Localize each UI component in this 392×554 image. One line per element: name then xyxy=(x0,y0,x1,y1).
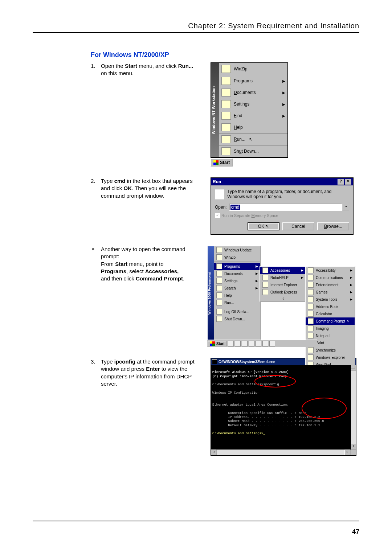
nt-item-documents[interactable]: Documents ▶ xyxy=(219,87,287,98)
w2k-item-logoff[interactable]: Log Off Stella... xyxy=(214,308,260,315)
menu-label: Accessibility xyxy=(316,268,335,272)
w2k-prog-more[interactable]: ⇣ xyxy=(260,296,306,301)
explorer-icon xyxy=(308,354,314,360)
tray-icon[interactable] xyxy=(249,341,254,346)
submenu-arrow-icon: ▶ xyxy=(256,264,258,268)
tray-icon[interactable] xyxy=(262,341,268,346)
tray-icon[interactable] xyxy=(235,341,241,346)
nt-item-winzip[interactable]: WinZip xyxy=(219,63,287,75)
w2k-prog-oe[interactable]: Outlook Express xyxy=(260,288,306,296)
nt-item-shutdown[interactable]: Shut Down... xyxy=(219,145,287,157)
w2k-item-run[interactable]: Run... xyxy=(214,299,260,306)
scroll-down-button[interactable]: ▾ xyxy=(351,444,356,450)
text-bold: Start xyxy=(115,261,127,267)
open-dropdown-button[interactable]: ▾ xyxy=(343,204,349,210)
menu-label: Shut Down... xyxy=(234,149,259,154)
ok-button[interactable]: OK ↖ xyxy=(248,222,279,230)
cmd-line: Subnet Mask . . . . . . . . . . . : 255.… xyxy=(212,419,324,423)
step-1: 1. Open the Start menu, and click Run...… xyxy=(91,62,200,77)
separate-memory-checkbox: ✓ Run in Separate Memory Space xyxy=(215,213,349,218)
menu-label: Log Off Stella... xyxy=(224,310,249,314)
w2k-acc-notepad[interactable]: Notepad xyxy=(306,332,355,339)
w2k-prog-robohelp[interactable]: RoboHELP▶ xyxy=(260,274,306,281)
w2k-acc-explorer[interactable]: Windows Explorer xyxy=(306,354,355,361)
cursor-icon: ↖ xyxy=(249,137,253,142)
w2k-acc-addressbook[interactable]: Address Book xyxy=(306,303,355,310)
w2k-item-search[interactable]: Search▶ xyxy=(214,284,260,292)
tray-icon[interactable] xyxy=(256,341,261,346)
submenu-arrow-icon: ▶ xyxy=(256,286,258,290)
w2k-acc-synchronize[interactable]: Synchronize xyxy=(306,346,355,354)
nt-item-help[interactable]: Help xyxy=(219,122,287,133)
ie-icon xyxy=(262,282,268,288)
search-icon xyxy=(216,285,222,291)
cmd-title-text: C:\WINDOWS\system32\cmd.exe xyxy=(219,360,275,364)
menu-label: Search xyxy=(224,286,236,290)
w2k-item-windowsupdate[interactable]: Windows Update xyxy=(214,246,260,254)
browse-button[interactable]: Browse... xyxy=(317,222,349,230)
w2k-acc-entertainment[interactable]: Entertainment▶ xyxy=(306,281,355,288)
w2k-prog-accessories[interactable]: Accessories▶ xyxy=(260,267,306,274)
scroll-left-button[interactable]: ◂ xyxy=(211,450,217,455)
w2k-acc-calculator[interactable]: Calculator xyxy=(306,310,355,317)
folder-icon xyxy=(308,267,314,273)
nt-item-settings[interactable]: Settings ▶ xyxy=(219,98,287,110)
w2k-item-help[interactable]: Help xyxy=(214,292,260,299)
submenu-arrow-icon: ▶ xyxy=(282,114,285,118)
w2k-acc-commandprompt[interactable]: Command Prompt↖ xyxy=(306,317,355,325)
w2k-item-programs[interactable]: Programs▶ xyxy=(214,263,260,270)
w2k-acc-systemtools[interactable]: System Tools▶ xyxy=(306,296,355,303)
scroll-right-button[interactable]: ▸ xyxy=(344,450,350,455)
w2k-item-shutdown[interactable]: Shut Down... xyxy=(214,315,260,323)
w2k-prog-ie[interactable]: Internet Explorer xyxy=(260,281,306,288)
menu-label: Help xyxy=(234,125,243,130)
help-button[interactable]: ? xyxy=(338,179,344,185)
cursor-icon: ↖ xyxy=(347,319,350,323)
w2k-acc-games[interactable]: Games▶ xyxy=(306,288,355,296)
nt-item-find[interactable]: Find ▶ xyxy=(219,110,287,122)
menu-label: RoboHELP xyxy=(270,276,289,280)
open-input[interactable]: cmd xyxy=(229,204,342,211)
menu-label: Entertainment xyxy=(316,283,338,287)
submenu-arrow-icon: ▶ xyxy=(301,268,303,272)
vertical-scrollbar[interactable]: ▴ ▾ xyxy=(351,365,356,450)
w2k-item-settings[interactable]: Settings▶ xyxy=(214,277,260,284)
submenu-arrow-icon: ▶ xyxy=(256,272,258,275)
tray-icon[interactable] xyxy=(269,341,275,346)
start-label: Start xyxy=(216,342,225,346)
tray-icon[interactable] xyxy=(242,341,248,346)
step-2-number: 2. xyxy=(91,177,101,200)
hscroll-track[interactable] xyxy=(217,450,344,455)
start-button[interactable]: Start xyxy=(208,341,227,346)
help-icon xyxy=(216,292,222,298)
menu-label: Shut Down... xyxy=(224,317,245,321)
scroll-track[interactable] xyxy=(351,371,356,444)
cmd-line: Ethernet adapter Local Area Connection: xyxy=(212,403,289,407)
cancel-button[interactable]: Cancel xyxy=(282,222,314,230)
close-button[interactable]: × xyxy=(345,179,351,185)
submenu-arrow-icon: ▶ xyxy=(282,102,285,106)
winzip-icon xyxy=(221,65,231,73)
w2k-item-documents[interactable]: Documents▶ xyxy=(214,270,260,277)
resize-grip-icon[interactable] xyxy=(350,450,356,455)
tray-icon[interactable] xyxy=(228,341,234,346)
text-bold: Command Prompt xyxy=(136,275,183,282)
sync-icon xyxy=(308,347,314,353)
run-icon xyxy=(216,300,222,305)
folder-icon xyxy=(262,267,268,273)
cmd-line: Windows IP Configuration xyxy=(212,391,260,395)
nt-item-programs[interactable]: Programs ▶ xyxy=(219,75,287,87)
w2k-acc-imaging[interactable]: Imaging xyxy=(306,325,355,332)
open-label: Open: xyxy=(215,205,227,210)
windows-flag-icon xyxy=(210,341,215,346)
w2k-acc-communications[interactable]: Communications▶ xyxy=(306,274,355,281)
menu-label: Notepad xyxy=(316,334,330,338)
checkbox-icon: ✓ xyxy=(215,213,220,218)
menu-label: Windows Explorer xyxy=(316,356,345,360)
w2k-item-winzip[interactable]: WinZip xyxy=(214,254,260,261)
start-button[interactable]: Start xyxy=(211,159,233,167)
cmd-title-icon xyxy=(212,359,217,364)
w2k-acc-accessibility[interactable]: Accessibility▶ xyxy=(306,267,355,274)
nt-item-run[interactable]: Run... ↖ xyxy=(219,133,287,145)
text-bold: Enter xyxy=(146,366,160,372)
